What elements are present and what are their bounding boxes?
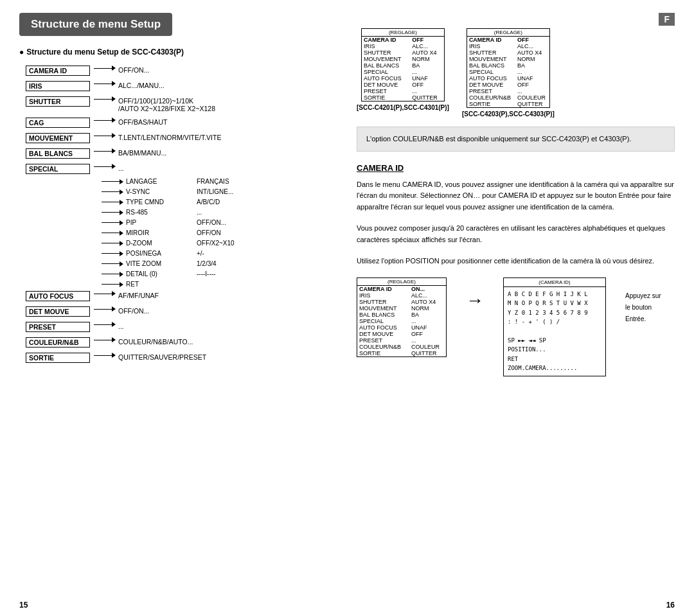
camera-id-chars-group: (CAMERA ID) A B C D E F G H I J K L M N …	[503, 277, 606, 376]
sub-label-posi-nega: POSI/NEGA	[126, 250, 177, 257]
reglage-header-2: (REGLAGE)	[467, 29, 549, 37]
menu-label-auto-focus: AUTO FOCUS	[26, 291, 90, 301]
sub-label-detail: DETAIL (0)	[126, 270, 177, 277]
menu-row-det-mouve: DET MOUVE OFF/ON...	[26, 306, 337, 317]
menu-row-cag: CAG OFF/BAS/HAUT	[26, 118, 337, 128]
reglage-group-1: (REGLAGE) CAMERA IDOFF IRISALC... SHUTTE…	[357, 28, 449, 118]
sub-label-langage: LANGAGE	[126, 178, 177, 185]
menu-value-iris: ALC.../MANU...	[118, 81, 165, 89]
menu-row-camera-id: CAMERA ID OFF/ON...	[26, 66, 337, 76]
menu-label-preset: PRESET	[26, 322, 90, 332]
menu-row-bal-blancs: BAL BLANCS BA/BM/MANU...	[26, 148, 337, 159]
menu-label-bal-blancs: BAL BLANCS	[26, 148, 90, 159]
menu-row-iris: IRIS ALC.../MANU...	[26, 81, 337, 91]
sub-row-miroir: MIROIR OFF/ON	[102, 229, 235, 236]
reglage-group-2: (REGLAGE) CAMERA IDOFF IRISALC... SHUTTE…	[462, 28, 555, 118]
sub-row-vite-zoom: VITE ZOOM 1/2/3/4	[102, 260, 235, 267]
page-number-left: 15	[19, 601, 28, 610]
bottom-reglage-table: (REGLAGE) CAMERA IDON... IRISALC... SHUT…	[357, 277, 447, 357]
sub-label-rs485: RS-485	[126, 209, 177, 216]
sub-row-dzoom: D-ZOOM OFF/X2~X10	[102, 240, 235, 247]
sub-value-langage: FRANÇAIS	[197, 178, 229, 185]
menu-value-couleur-nb: COULEUR/N&B/AUTO...	[118, 337, 193, 346]
menu-value-bal-blancs: BA/BM/MANU...	[118, 148, 166, 157]
sub-value-miroir: OFF/ON	[197, 229, 221, 236]
menu-value-cag: OFF/BAS/HAUT	[118, 118, 167, 126]
sub-value-vite-zoom: 1/2/3/4	[197, 260, 217, 267]
menu-row-special: SPECIAL ...	[26, 164, 337, 174]
camera-id-chars-box: (CAMERA ID) A B C D E F G H I J K L M N …	[503, 277, 606, 376]
camera-id-chars-header: (CAMERA ID)	[504, 278, 605, 287]
sub-row-pip: PIP OFF/ON...	[102, 219, 235, 226]
f-badge: F	[659, 13, 675, 26]
sub-value-rs485: ...	[197, 209, 202, 216]
menu-value-det-mouve: OFF/ON...	[118, 306, 149, 315]
left-column: Structure de menu Setup ●Structure du me…	[19, 13, 337, 581]
sub-value-vsync: INT/LIGNE...	[197, 188, 233, 195]
menu-label-sortie: SORTIE	[26, 353, 90, 363]
camera-id-paragraph-2: Vous pouvez composer jusqu'à 20 caractèr…	[357, 223, 675, 245]
big-arrow: →	[466, 277, 484, 311]
menu-label-couleur-nb: COULEUR/N&B	[26, 337, 90, 348]
menu-value-special: ...	[118, 164, 124, 172]
menu-label-shutter: SHUTTER	[26, 96, 90, 107]
sub-value-dzoom: OFF/X2~X10	[197, 240, 235, 247]
menu-label-special: SPECIAL	[26, 164, 90, 174]
sub-row-type-cmnd: TYPE CMND A/B/C/D	[102, 198, 235, 206]
sub-label-pip: PIP	[126, 219, 177, 226]
right-column: F (REGLAGE) CAMERA IDOFF IRISALC... SHUT…	[357, 13, 675, 581]
sub-row-detail: DETAIL (0) ----I----	[102, 270, 235, 277]
menu-tree: CAMERA ID OFF/ON... IRIS ALC.../MANU... …	[26, 66, 337, 363]
bottom-reglage-header: (REGLAGE)	[357, 278, 446, 286]
bottom-reglage-group: (REGLAGE) CAMERA IDON... IRISALC... SHUT…	[357, 277, 447, 357]
sub-label-type-cmnd: TYPE CMND	[126, 198, 177, 206]
sub-label-miroir: MIROIR	[126, 229, 177, 236]
menu-row-sortie: SORTIE QUITTER/SAUVER/PRESET	[26, 353, 337, 363]
menu-row-auto-focus: AUTO FOCUS AF/MF/UNAF	[26, 291, 337, 301]
sub-value-type-cmnd: A/B/C/D	[197, 198, 220, 206]
camera-id-chars-content: A B C D E F G H I J K L M N O P Q R S T …	[504, 287, 605, 376]
page-title: Structure de menu Setup	[19, 13, 172, 36]
camera-id-section-title: CAMERA ID	[357, 163, 675, 173]
sub-label-ret: RET	[126, 281, 177, 288]
sub-label-vite-zoom: VITE ZOOM	[126, 260, 177, 267]
special-sub-items: LANGAGE FRANÇAIS V-SYNC INT/LIGNE... TYP…	[102, 178, 337, 291]
reglage-table-2: (REGLAGE) CAMERA IDOFF IRISALC... SHUTTE…	[467, 28, 550, 108]
menu-label-mouvement: MOUVEMENT	[26, 133, 90, 143]
sub-label-dzoom: D-ZOOM	[126, 240, 177, 247]
menu-row-mouvement: MOUVEMENT T.LENT/LENT/NORM/VITE/T.VITE	[26, 133, 337, 143]
info-box: L'option COULEUR/N&B est disponible uniq…	[357, 127, 675, 152]
menu-row-shutter: SHUTTER OFF/1/100(1/120)~1/10K/AUTO X2~X…	[26, 96, 337, 112]
menu-label-camera-id: CAMERA ID	[26, 66, 90, 76]
reglage-caption-1: [SCC-C4201(P),SCC-C4301(P)]	[357, 104, 449, 111]
sub-row-vsync: V-SYNC INT/LIGNE...	[102, 188, 235, 195]
sub-value-detail: ----I----	[197, 270, 215, 277]
reglage-tables: (REGLAGE) CAMERA IDOFF IRISALC... SHUTTE…	[357, 28, 675, 118]
sub-row-posi-nega: POSI/NEGA +/-	[102, 250, 235, 257]
menu-row-couleur-nb: COULEUR/N&B COULEUR/N&B/AUTO...	[26, 337, 337, 348]
subtitle: ●Structure du menu Setup de SCC-C4303(P)	[19, 48, 337, 57]
sub-label-vsync: V-SYNC	[126, 188, 177, 195]
page-numbers: 15 16	[0, 594, 694, 616]
sub-row-rs485: RS-485 ...	[102, 209, 235, 216]
menu-label-iris: IRIS	[26, 81, 90, 91]
menu-label-cag: CAG	[26, 118, 90, 128]
menu-value-sortie: QUITTER/SAUVER/PRESET	[118, 353, 206, 361]
camera-id-paragraph-1: Dans le menu CAMERA ID, vous pouvez assi…	[357, 179, 675, 213]
sub-row-langage: LANGAGE FRANÇAIS	[102, 178, 235, 185]
reglage-caption-2: [SCC-C4203(P),SCC-C4303(P)]	[462, 110, 555, 118]
page-number-right: 16	[666, 601, 675, 610]
sub-value-posi-nega: +/-	[197, 250, 204, 257]
sub-value-pip: OFF/ON...	[197, 219, 226, 226]
appuyez-text: Appuyez sur le bouton Entrée.	[625, 290, 661, 325]
menu-value-shutter: OFF/1/100(1/120)~1/10K/AUTO X2~X128/FIXE…	[118, 96, 215, 112]
sub-row-ret: RET	[102, 281, 235, 288]
menu-row-preset: PRESET ...	[26, 322, 337, 332]
menu-label-det-mouve: DET MOUVE	[26, 306, 90, 317]
menu-value-mouvement: T.LENT/LENT/NORM/VITE/T.VITE	[118, 133, 221, 141]
bottom-section: (REGLAGE) CAMERA IDON... IRISALC... SHUT…	[357, 277, 675, 376]
camera-id-paragraph-3: Utilisez l'option POSITION pour position…	[357, 256, 675, 267]
menu-value-camera-id: OFF/ON...	[118, 66, 149, 74]
reglage-table-1: (REGLAGE) CAMERA IDOFF IRISALC... SHUTTE…	[361, 28, 445, 101]
menu-value-preset: ...	[118, 322, 124, 330]
